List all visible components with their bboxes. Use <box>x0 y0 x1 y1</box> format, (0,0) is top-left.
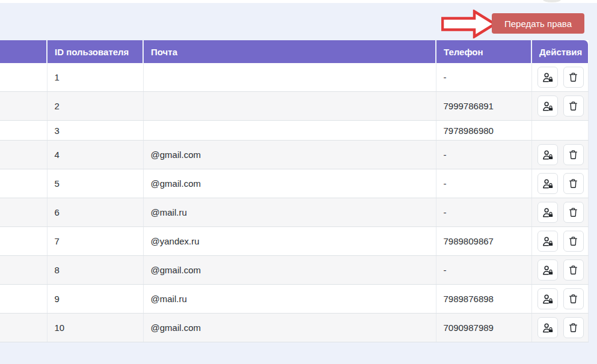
cell-user-id: 7 <box>47 227 143 256</box>
table-header: ID пользователяПочтаТелефонДействия <box>0 40 588 63</box>
user-lock-button[interactable] <box>537 67 558 88</box>
cell-empty <box>0 198 47 227</box>
cell-actions <box>531 285 588 314</box>
transfer-rights-button[interactable]: Передать права <box>492 13 584 34</box>
user-lock-icon <box>542 323 553 333</box>
delete-button[interactable] <box>563 231 584 252</box>
trash-icon <box>568 265 578 275</box>
cell-empty <box>0 141 47 169</box>
cell-empty <box>0 121 47 141</box>
cell-email: @yandex.ru <box>143 227 436 256</box>
delete-button[interactable] <box>563 288 584 309</box>
cell-phone: - <box>436 256 531 285</box>
cell-actions <box>531 198 588 227</box>
cell-actions <box>531 256 588 285</box>
cell-user-id: 4 <box>47 141 143 169</box>
trash-icon <box>568 294 578 304</box>
delete-button[interactable] <box>563 67 584 88</box>
user-lock-icon <box>542 294 553 305</box>
cell-email: @gmail.com <box>143 141 436 169</box>
cell-phone: 7090987989 <box>436 314 531 342</box>
column-header-ID пользователя: ID пользователя <box>47 40 143 63</box>
cell-phone: - <box>436 63 531 92</box>
cell-user-id: 5 <box>47 169 143 198</box>
delete-button[interactable] <box>563 173 584 194</box>
cell-phone: 7978986980 <box>436 121 531 141</box>
table-row: 5 @gmail.com - <box>0 169 588 198</box>
cell-phone: - <box>436 169 531 198</box>
cell-email: @gmail.com <box>143 169 436 198</box>
cell-empty <box>0 285 47 314</box>
cell-actions <box>531 227 588 256</box>
delete-button[interactable] <box>563 144 584 165</box>
user-lock-button[interactable] <box>537 96 558 117</box>
table-row: 2 7999786891 <box>0 92 588 121</box>
cell-user-id: 2 <box>47 92 143 121</box>
cell-actions <box>531 92 588 121</box>
table-row: 6 @mail.ru - <box>0 198 588 227</box>
delete-button[interactable] <box>563 317 584 338</box>
cell-email: @mail.ru <box>143 285 436 314</box>
table-row: 4 @gmail.com - <box>0 141 588 169</box>
cell-user-id: 6 <box>47 198 143 227</box>
user-lock-button[interactable] <box>537 288 558 309</box>
cell-empty <box>0 92 47 121</box>
cell-phone: 7999786891 <box>436 92 531 121</box>
cell-user-id: 8 <box>47 256 143 285</box>
table-row: 7 @yandex.ru 7989809867 <box>0 227 588 256</box>
delete-button[interactable] <box>563 202 584 223</box>
cell-email: @mail.ru <box>143 198 436 227</box>
cell-actions <box>531 314 588 342</box>
trash-icon <box>568 207 578 217</box>
table-row: 1 - <box>0 63 588 92</box>
cell-email: @gmail.com <box>143 314 436 342</box>
cell-phone: 7989809867 <box>436 227 531 256</box>
users-table-container: ID пользователяПочтаТелефонДействия 1 - <box>0 40 588 342</box>
user-lock-button[interactable] <box>537 317 558 338</box>
cell-email <box>143 63 436 92</box>
user-lock-icon <box>542 150 553 160</box>
cell-empty <box>0 256 47 285</box>
user-lock-button[interactable] <box>537 144 558 165</box>
table-row: 10 @gmail.com 7090987989 <box>0 314 588 342</box>
cell-empty <box>0 63 47 92</box>
cell-empty <box>0 169 47 198</box>
page: Передать права ID пользователяПочтаТелеф… <box>0 0 597 364</box>
column-header-blank <box>0 40 47 63</box>
table-row: 3 7978986980 <box>0 121 588 141</box>
user-lock-button[interactable] <box>537 231 558 252</box>
trash-icon <box>568 72 578 82</box>
cell-email <box>143 121 436 141</box>
delete-button[interactable] <box>563 96 584 117</box>
user-lock-icon <box>542 207 553 218</box>
user-lock-icon <box>542 265 553 276</box>
cell-phone: - <box>436 141 531 169</box>
user-lock-icon <box>542 72 553 83</box>
trash-icon <box>568 150 578 160</box>
table-row: 8 @gmail.com - <box>0 256 588 285</box>
cell-email: @gmail.com <box>143 256 436 285</box>
delete-button[interactable] <box>563 259 584 281</box>
user-lock-button[interactable] <box>537 259 558 281</box>
user-lock-icon <box>542 236 553 247</box>
cell-phone: - <box>436 198 531 227</box>
cell-actions <box>531 121 588 141</box>
cell-user-id: 9 <box>47 285 143 314</box>
cell-empty <box>0 314 47 342</box>
table-row: 9 @mail.ru 7989876898 <box>0 285 588 314</box>
column-header-Телефон: Телефон <box>436 40 531 63</box>
user-lock-button[interactable] <box>537 202 558 223</box>
trash-icon <box>568 323 578 333</box>
users-table: ID пользователяПочтаТелефонДействия 1 - <box>0 40 589 342</box>
column-header-Действия: Действия <box>531 40 588 63</box>
cell-user-id: 10 <box>47 314 143 342</box>
user-lock-button[interactable] <box>537 173 558 194</box>
trash-icon <box>568 101 578 111</box>
cell-phone: 7989876898 <box>436 285 531 314</box>
cell-actions <box>531 63 588 92</box>
cell-email <box>143 92 436 121</box>
user-lock-icon <box>542 101 553 112</box>
cell-actions <box>531 141 588 169</box>
trash-icon <box>568 236 578 246</box>
user-lock-icon <box>542 178 553 189</box>
